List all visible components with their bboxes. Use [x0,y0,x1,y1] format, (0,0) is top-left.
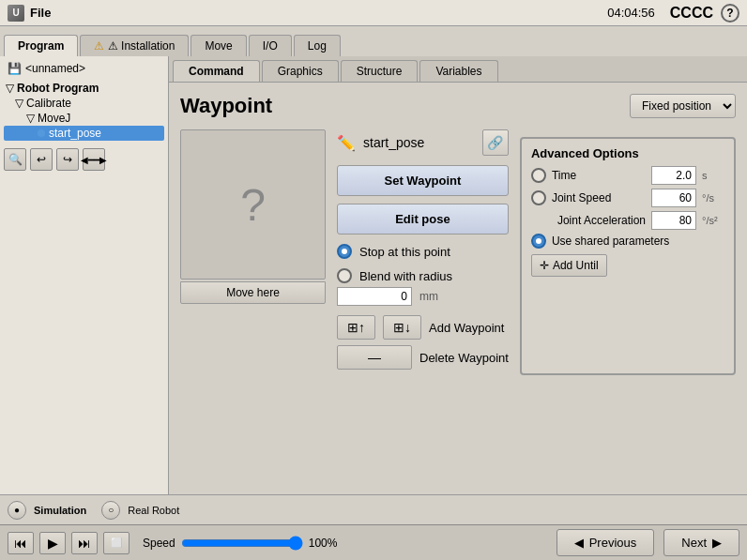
waypoint-preview-column: ? Move here [180,129,326,375]
zoom-in-icon[interactable]: 🔍 [4,148,26,171]
simulation-label: Simulation [34,505,86,516]
add-until-row: ✛ Add Until [531,254,724,277]
blend-input-row: mm [337,287,509,306]
help-button[interactable]: ? [721,4,739,23]
delete-waypoint-label: Delete Waypoint [419,351,509,365]
edit-pose-button[interactable]: Edit pose [337,204,509,235]
shared-params-label: Use shared parameters [552,235,724,248]
file-row: 💾 <unnamed> [4,60,164,77]
tab-variables[interactable]: Variables [419,60,497,82]
waypoint-header: Waypoint Fixed position Variable Relativ… [180,94,736,118]
sidebar: 💾 <unnamed> ▽ Robot Program ▽ Calibrate … [0,56,169,494]
speed-label: Speed [143,537,175,550]
app-logo: U [8,5,24,22]
clock: 04:04:56 [607,6,655,20]
tree-start-pose[interactable]: start_pose [4,126,164,141]
play-button[interactable]: ▶ [39,532,66,554]
start-pose-label: start_pose [49,127,101,140]
tree-calibrate[interactable]: ▽ Calibrate [4,96,164,111]
blend-value-input[interactable] [337,287,412,306]
waypoint-columns: ? Move here ✏️ start_pose 🔗 Set Waypoint [180,129,736,375]
waypoint-name-row: ✏️ start_pose 🔗 [337,129,509,156]
blend-label: Blend with radius [359,269,452,283]
add-until-label: Add Until [553,259,599,272]
real-robot-indicator[interactable]: ○ [101,501,120,520]
save-icon: 💾 [8,62,22,75]
waypoint-icon [38,129,45,137]
link-icon[interactable]: 🔗 [482,129,509,156]
joint-accel-input[interactable] [651,211,696,230]
titlebar: U File 04:04:56 CCCC ? [0,0,747,26]
stop-button[interactable]: ⬜ [103,532,130,554]
tab-structure[interactable]: Structure [341,60,419,82]
stop-option-row: Stop at this point [337,244,509,259]
joint-speed-row: Joint Speed °/s [531,189,724,207]
expand-icon: ▽ [6,82,17,95]
time-unit: s [702,170,724,181]
prev-arrow-icon: ◀ [574,536,584,550]
file-name: <unnamed> [25,62,85,75]
back-icon[interactable]: ◀━━▶ [83,148,105,171]
advanced-options-panel: Advanced Options Time s Joint Speed °/s [520,137,736,375]
undo-icon[interactable]: ↩ [30,148,53,171]
add-waypoint-below-button[interactable]: ⊞↓ [383,315,421,340]
shared-params-radio[interactable] [531,234,546,249]
time-label: Time [552,169,646,182]
delete-waypoint-row: — Delete Waypoint [337,345,509,370]
main-layout: 💾 <unnamed> ▽ Robot Program ▽ Calibrate … [0,56,747,494]
position-type-dropdown[interactable]: Fixed position Variable Relative [630,94,736,118]
stop-label: Stop at this point [359,245,450,259]
joint-accel-row: Joint Acceleration °/s² [531,211,724,230]
set-waypoint-button[interactable]: Set Waypoint [337,165,509,196]
movej-label: MoveJ [38,112,70,125]
top-navigation: Program ⚠ Installation Move I/O Log [0,26,747,56]
time-row: Time s [531,166,724,185]
warning-icon: ⚠ [108,39,121,53]
inner-tabs: Command Graphics Structure Variables [169,56,747,83]
next-button[interactable]: Next ▶ [663,529,739,556]
skip-forward-button[interactable]: ⏭ [71,532,98,554]
program-label: Robot Program [17,82,99,95]
tree-movej[interactable]: ▽ MoveJ [4,111,164,126]
tab-installation[interactable]: ⚠ Installation [80,35,189,56]
position-type-select[interactable]: Fixed position Variable Relative [630,94,736,118]
tab-graphics[interactable]: Graphics [262,60,339,82]
joint-accel-unit: °/s² [702,215,724,226]
tab-log[interactable]: Log [294,35,341,56]
blend-unit: mm [419,290,438,303]
speed-slider[interactable] [181,536,303,551]
time-input[interactable] [651,166,696,185]
expand-icon: ▽ [26,112,38,125]
speed-value: 100% [309,537,338,550]
plus-icon: ✛ [540,259,549,272]
tab-move[interactable]: Move [191,35,246,56]
joint-speed-input[interactable] [651,189,696,207]
skip-back-button[interactable]: ⏮ [8,532,34,554]
prev-label: Previous [589,536,637,550]
blend-radio[interactable] [337,268,352,283]
tree-robot-program[interactable]: ▽ Robot Program [4,81,164,96]
joint-accel-label: Joint Acceleration [557,214,646,227]
shared-params-row: Use shared parameters [531,234,724,249]
add-waypoint-row: ⊞↑ ⊞↓ Add Waypoint [337,315,509,340]
status-bar: ● Simulation ○ Real Robot [0,494,747,524]
joint-speed-unit: °/s [702,192,724,204]
move-here-button[interactable]: Move here [180,281,326,304]
delete-waypoint-button[interactable]: — [337,345,412,370]
time-radio[interactable] [531,168,546,183]
playback-bar: ⏮ ▶ ⏭ ⬜ Speed 100% ◀ Previous Next ▶ [0,524,747,560]
tab-io[interactable]: I/O [249,35,292,56]
edit-icon: ✏️ [337,134,356,152]
previous-button[interactable]: ◀ Previous [556,529,655,556]
robot-status: CCCC [670,5,713,22]
add-waypoint-above-button[interactable]: ⊞↑ [337,315,375,340]
simulation-indicator[interactable]: ● [8,501,26,520]
add-until-button[interactable]: ✛ Add Until [531,254,607,277]
stop-radio[interactable] [337,244,352,259]
tab-program[interactable]: Program [4,35,78,56]
redo-icon[interactable]: ↪ [56,148,79,171]
command-body: Waypoint Fixed position Variable Relativ… [169,83,747,494]
tab-command[interactable]: Command [173,60,260,82]
blend-option-row: Blend with radius [337,268,509,283]
joint-speed-radio[interactable] [531,190,546,205]
